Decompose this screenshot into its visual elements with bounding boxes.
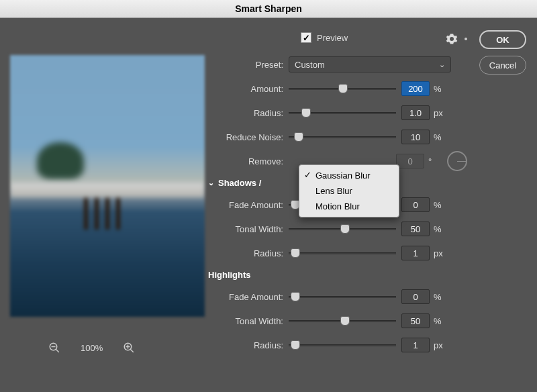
preview-panel: 100% — [0, 18, 208, 391]
radius-thumb[interactable] — [301, 108, 311, 117]
preview-image — [10, 55, 205, 317]
highlights-header: Highlights — [208, 270, 467, 280]
remove-option-motion[interactable]: Motion Blur — [299, 199, 399, 214]
shadow-tonal-slider[interactable] — [289, 223, 396, 235]
reduce-noise-thumb[interactable] — [294, 132, 303, 142]
amount-thumb[interactable] — [338, 84, 348, 93]
hl-fade-input[interactable]: 0 — [401, 289, 430, 304]
reduce-noise-slider[interactable] — [289, 131, 396, 143]
cancel-button[interactable]: Cancel — [479, 56, 526, 75]
title-bar: Smart Sharpen — [0, 0, 537, 18]
ok-button[interactable]: OK — [479, 30, 526, 49]
caret-down-icon: ⌄ — [208, 179, 214, 187]
remove-option-lens[interactable]: Lens Blur — [299, 183, 399, 199]
hl-tonal-label: Tonal Width: — [208, 316, 289, 326]
hl-fade-slider[interactable] — [289, 291, 396, 303]
radius-unit: px — [430, 108, 446, 118]
menu-dot-icon — [465, 38, 467, 40]
reduce-noise-unit: % — [430, 132, 446, 142]
preset-value: Custom — [295, 60, 325, 70]
remove-angle-input[interactable]: 0 — [396, 154, 424, 168]
amount-input[interactable]: 200 — [401, 81, 430, 96]
reduce-noise-label: Reduce Noise: — [208, 132, 289, 142]
shadow-radius-label: Radius: — [208, 248, 289, 258]
window-title: Smart Sharpen — [235, 3, 302, 14]
preset-label: Preset: — [208, 60, 289, 70]
shadow-tonal-thumb[interactable] — [340, 224, 350, 234]
shadow-radius-thumb[interactable] — [291, 248, 300, 258]
chevron-down-icon: ⌄ — [439, 60, 445, 69]
svg-line-4 — [131, 349, 134, 352]
angle-dial[interactable] — [447, 151, 467, 171]
svg-line-1 — [56, 349, 59, 352]
radius-slider[interactable] — [289, 107, 396, 119]
hl-tonal-thumb[interactable] — [340, 316, 350, 326]
zoom-in-button[interactable] — [121, 340, 136, 355]
amount-unit: % — [430, 84, 446, 94]
shadow-radius-input[interactable]: 1 — [401, 246, 430, 260]
dialog-buttons: OK Cancel — [477, 18, 537, 391]
hl-radius-label: Radius: — [208, 340, 289, 350]
shadow-tonal-input[interactable]: 50 — [401, 222, 430, 236]
remove-dropdown-menu[interactable]: Gaussian Blur Lens Blur Motion Blur — [299, 164, 399, 217]
zoom-out-button[interactable] — [47, 340, 62, 355]
hl-radius-slider[interactable] — [289, 339, 396, 351]
shadow-fade-label: Fade Amount: — [208, 200, 289, 210]
hl-fade-thumb[interactable] — [291, 292, 300, 301]
shadow-fade-input[interactable]: 0 — [401, 197, 430, 212]
remove-option-gaussian[interactable]: Gaussian Blur — [299, 168, 399, 183]
radius-label: Radius: — [208, 108, 289, 118]
zoom-level: 100% — [81, 343, 103, 353]
preview-label: Preview — [317, 33, 348, 43]
amount-label: Amount: — [208, 84, 289, 94]
reduce-noise-input[interactable]: 10 — [401, 130, 430, 144]
hl-radius-input[interactable]: 1 — [401, 338, 430, 352]
remove-angle-unit: ° — [424, 156, 440, 166]
shadow-tonal-label: Tonal Width: — [208, 224, 289, 234]
hl-tonal-slider[interactable] — [289, 315, 396, 327]
remove-label: Remove: — [208, 156, 289, 166]
hl-tonal-input[interactable]: 50 — [401, 313, 430, 328]
amount-slider[interactable] — [289, 83, 396, 95]
hl-fade-label: Fade Amount: — [208, 292, 289, 302]
preset-select[interactable]: Custom ⌄ — [289, 56, 451, 72]
hl-radius-thumb[interactable] — [291, 340, 300, 350]
radius-input[interactable]: 1.0 — [401, 105, 430, 120]
settings-icon[interactable] — [446, 33, 458, 45]
preview-checkbox[interactable]: ✓ — [301, 32, 311, 43]
shadow-radius-slider[interactable] — [289, 247, 396, 259]
